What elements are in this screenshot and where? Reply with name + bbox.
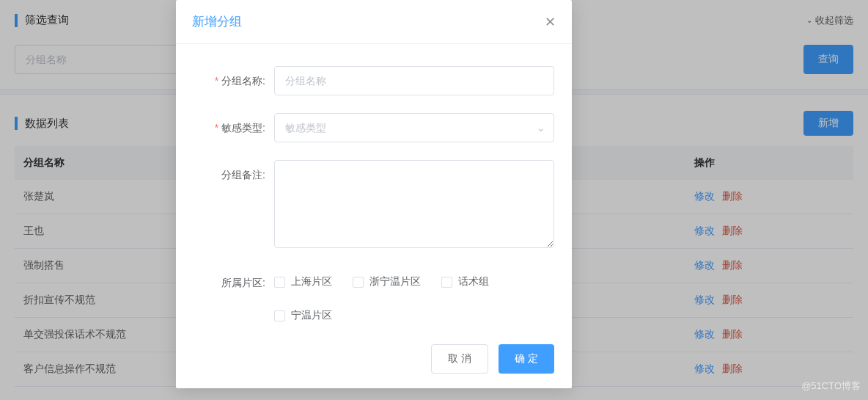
label-group-name: *分组名称:	[194, 66, 274, 95]
group-name-input[interactable]	[274, 66, 554, 95]
checkbox-icon	[353, 277, 364, 288]
checkbox-icon	[274, 277, 285, 288]
label-district: 所属片区:	[194, 268, 274, 297]
dialog-body: *分组名称: *敏感类型: ⌄ 分组备注: 所属片区: 上海片区浙宁温片区话术组…	[176, 44, 572, 344]
cancel-button[interactable]: 取 消	[431, 344, 488, 374]
district-checkbox-group: 上海片区浙宁温片区话术组宁温片区	[274, 268, 554, 322]
district-option[interactable]: 话术组	[441, 275, 489, 288]
row-district: 所属片区: 上海片区浙宁温片区话术组宁温片区	[194, 268, 554, 322]
dialog-footer: 取 消 确 定	[176, 344, 572, 374]
label-remark: 分组备注:	[194, 160, 274, 189]
district-option[interactable]: 上海片区	[274, 275, 332, 288]
confirm-button[interactable]: 确 定	[499, 344, 554, 374]
sensitive-type-select[interactable]: ⌄	[274, 113, 554, 142]
district-label: 宁温片区	[291, 309, 332, 322]
checkbox-icon	[274, 310, 285, 321]
district-label: 上海片区	[291, 275, 332, 288]
row-remark: 分组备注:	[194, 160, 554, 250]
label-sensitive-type: *敏感类型:	[194, 113, 274, 142]
remark-textarea[interactable]	[274, 160, 554, 248]
district-option[interactable]: 浙宁温片区	[353, 275, 421, 288]
district-option[interactable]: 宁温片区	[274, 309, 332, 322]
dialog-header: 新增分组 ✕	[176, 0, 572, 44]
sensitive-type-input[interactable]	[274, 113, 554, 142]
dialog-title: 新增分组	[192, 13, 242, 30]
row-sensitive-type: *敏感类型: ⌄	[194, 113, 554, 142]
close-icon[interactable]: ✕	[545, 15, 556, 29]
district-label: 话术组	[458, 275, 489, 288]
row-group-name: *分组名称:	[194, 66, 554, 95]
district-label: 浙宁温片区	[369, 275, 421, 288]
checkbox-icon	[441, 277, 452, 288]
add-group-dialog: 新增分组 ✕ *分组名称: *敏感类型: ⌄ 分组备注: 所属片区:	[176, 0, 572, 388]
